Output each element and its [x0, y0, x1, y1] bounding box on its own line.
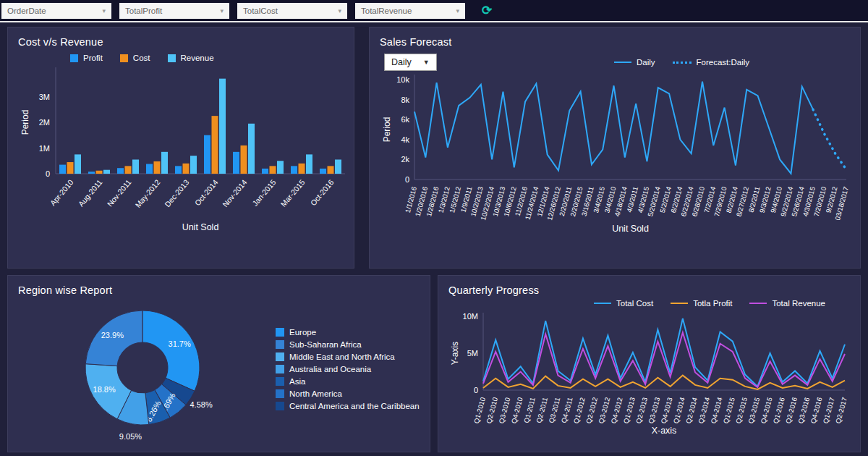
bar-cost[interactable]	[270, 166, 276, 174]
line-totla-profit	[483, 376, 845, 389]
bar-profit[interactable]	[204, 135, 210, 174]
legend-swatch	[671, 303, 688, 304]
legend-label: Total Revenue	[772, 299, 825, 308]
filter-label: TotalProfit	[125, 7, 162, 15]
interval-dropdown[interactable]: Daily ▼	[384, 54, 437, 71]
x-axis-title: X-axis	[652, 426, 677, 436]
bar-cost[interactable]	[299, 164, 305, 174]
tick-label: 6k	[401, 115, 409, 124]
x-axis-title: Unit Sold	[612, 224, 649, 234]
bar-profit[interactable]	[262, 169, 268, 174]
legend-label: Central America and the Caribbean	[289, 402, 420, 410]
filter-totalprofit[interactable]: TotalProfit ▾	[119, 3, 229, 19]
tick-label: Q2-2017	[834, 397, 848, 425]
legend-item-total-cost[interactable]: Total Cost	[594, 299, 653, 308]
legend-label: Australia and Oceania	[289, 365, 371, 373]
quarterly-line-chart: 05M10MQ1-2010Q2-2010Q3-2010Q4-2010Q1-201…	[448, 309, 851, 439]
legend-item-cost[interactable]: Cost	[120, 54, 150, 62]
bar-profit[interactable]	[88, 172, 95, 174]
legend-swatch	[673, 62, 692, 64]
bar-revenue[interactable]	[161, 152, 168, 174]
bar-revenue[interactable]	[103, 170, 110, 174]
bar-revenue[interactable]	[277, 161, 284, 174]
bar-chart-legend: ProfitCostRevenue	[70, 54, 344, 62]
legend-swatch	[276, 377, 284, 386]
bar-cost[interactable]	[183, 164, 190, 174]
legend-label: Total Cost	[616, 299, 653, 308]
y-axis-title: Y-axis	[450, 342, 460, 365]
bar-revenue[interactable]	[75, 154, 81, 174]
bar-revenue[interactable]	[248, 124, 255, 174]
bar-cost[interactable]	[241, 145, 247, 174]
bar-cost[interactable]	[328, 166, 334, 174]
legend-item-north-america[interactable]: North America	[276, 389, 420, 398]
legend-label: Revenue	[181, 54, 214, 62]
legend-label: Profit	[83, 54, 103, 62]
legend-swatch	[614, 62, 631, 63]
legend-item-total-revenue[interactable]: Total Revenue	[749, 299, 825, 308]
chevron-down-icon: ▼	[423, 59, 430, 66]
forecast-line	[813, 109, 846, 169]
bar-revenue[interactable]	[132, 159, 139, 174]
bar-cost[interactable]	[154, 161, 161, 174]
filter-totalrevenue[interactable]: TotalRevenue ▾	[355, 3, 465, 19]
bar-cost[interactable]	[125, 166, 132, 174]
bar-revenue[interactable]	[306, 154, 312, 174]
legend-item-forecast-daily[interactable]: Forecast:Daily	[673, 58, 750, 67]
slice-label: 18.8%	[93, 385, 116, 394]
tick-label: Jan-2015	[250, 177, 277, 207]
bar-profit[interactable]	[146, 164, 153, 174]
tick-label: 0	[405, 175, 409, 184]
filter-label: TotalRevenue	[361, 7, 412, 15]
bar-cost[interactable]	[67, 162, 74, 174]
legend-label: North America	[289, 389, 342, 398]
bar-profit[interactable]	[59, 165, 66, 174]
legend-item-australia-and-oceania[interactable]: Australia and Oceania	[276, 365, 420, 373]
daily-line	[414, 82, 813, 174]
legend-swatch	[120, 54, 128, 62]
region-report-panel: Region wise Report 31.7%4.58%5.69%6.26%9…	[7, 275, 430, 452]
legend-item-profit[interactable]: Profit	[70, 54, 103, 62]
legend-label: Europe	[289, 328, 316, 337]
line-total-cost	[483, 318, 845, 387]
bar-profit[interactable]	[175, 166, 182, 174]
tick-label: Nov-2011	[106, 177, 133, 208]
tick-label: Dec-2013	[163, 177, 191, 208]
legend-item-asia[interactable]: Asia	[276, 377, 420, 386]
legend-item-europe[interactable]: Europe	[276, 328, 420, 337]
tick-label: 3M	[39, 93, 50, 101]
legend-swatch	[594, 303, 611, 304]
slice-label: 9.05%	[119, 432, 142, 441]
bar-profit[interactable]	[291, 166, 297, 174]
sales-forecast-line-chart: 02k4k6k8k10k1/1/20161/20/20161/28/20161/…	[380, 71, 851, 240]
legend-item-totla-profit[interactable]: Totla Profit	[671, 299, 732, 308]
bar-profit[interactable]	[320, 169, 326, 174]
bar-revenue[interactable]	[190, 156, 197, 174]
bar-profit[interactable]	[117, 168, 124, 174]
cost-revenue-bar-chart: 01M2M3MApr-2010Aug-2011Nov-2011May-2012D…	[18, 64, 351, 239]
filter-orderdate[interactable]: OrderDate ▾	[1, 3, 111, 19]
legend-label: Daily	[637, 58, 655, 67]
tick-label: Apr-2010	[48, 177, 75, 207]
legend-item-middle-east-and-north-africa[interactable]: Middle East and North Africa	[276, 352, 420, 361]
tick-label: Mar-2015	[278, 177, 306, 208]
panel-title: Quarterly Progress	[448, 284, 850, 296]
bar-cost[interactable]	[96, 171, 103, 174]
legend-item-central-america-and-the-caribbean[interactable]: Central America and the Caribbean	[276, 402, 420, 410]
tick-label: 10k	[396, 75, 409, 84]
bar-profit[interactable]	[233, 152, 239, 174]
filter-totalcost[interactable]: TotalCost ▾	[237, 3, 347, 19]
tick-label: 5M	[467, 349, 478, 358]
refresh-button[interactable]: ⟳	[477, 2, 496, 20]
chevron-down-icon: ▾	[338, 7, 341, 14]
slice-label: 23.9%	[101, 331, 124, 339]
legend-swatch	[70, 54, 78, 62]
legend-item-revenue[interactable]: Revenue	[168, 54, 214, 62]
bar-revenue[interactable]	[219, 79, 226, 174]
bar-cost[interactable]	[212, 116, 218, 174]
interval-dropdown-value: Daily	[391, 57, 412, 67]
legend-item-sub-saharan-africa[interactable]: Sub-Saharan Africa	[276, 340, 420, 349]
bar-revenue[interactable]	[335, 159, 341, 174]
legend-item-daily[interactable]: Daily	[614, 58, 655, 67]
pie-slice-europe[interactable]	[142, 311, 200, 391]
